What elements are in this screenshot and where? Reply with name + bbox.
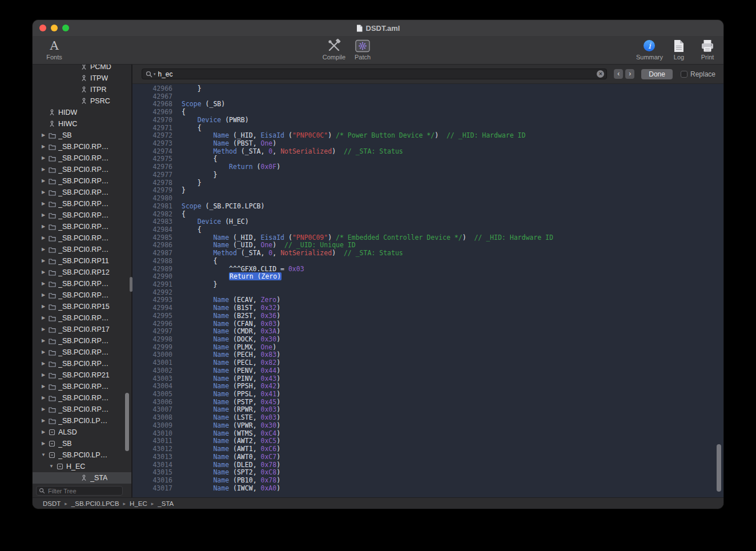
tree-item-label: _SB.PCI0.RP…	[58, 166, 108, 174]
disclosure-open-icon[interactable]: ▼	[47, 461, 55, 472]
tree-item-sb-pci0-rp[interactable]: ▶_SB.PCI0.RP…	[33, 381, 131, 392]
tree-item-psrc[interactable]: PSRC	[33, 95, 131, 107]
tree-item-sb[interactable]: ▶_SB	[33, 130, 131, 141]
replace-toggle[interactable]: Replace	[681, 70, 715, 78]
tree-item-sb-pci0-rp21[interactable]: ▶_SB.PCI0.RP21	[33, 369, 131, 381]
folder-icon	[47, 361, 57, 367]
disclosure-closed-icon[interactable]: ▶	[39, 164, 47, 175]
disclosure-closed-icon[interactable]: ▶	[39, 198, 47, 210]
replace-label: Replace	[690, 70, 715, 78]
disclosure-closed-icon[interactable]: ▶	[39, 427, 47, 438]
tree-item-sb-pci0-rp[interactable]: ▶_SB.PCI0.RP…	[33, 210, 131, 221]
tree-item-sb-pci0-rp[interactable]: ▶_SB.PCI0.RP…	[33, 392, 131, 404]
disclosure-closed-icon[interactable]: ▶	[39, 335, 47, 347]
search-field[interactable]: ▾ ✕	[142, 69, 607, 79]
disclosure-closed-icon[interactable]: ▶	[39, 130, 47, 141]
disclosure-closed-icon[interactable]: ▶	[39, 438, 47, 449]
disclosure-closed-icon[interactable]: ▶	[39, 278, 47, 289]
tree-item-sb[interactable]: ▶_SB	[33, 438, 131, 449]
tree-item-h-ec[interactable]: ▼H_EC	[33, 461, 131, 472]
search-icon[interactable]	[146, 71, 152, 78]
disclosure-closed-icon[interactable]: ▶	[39, 324, 47, 335]
tree-item-sb-pci0-rp[interactable]: ▶_SB.PCI0.RP…	[33, 278, 131, 289]
compile-button[interactable]: Compile	[321, 38, 347, 61]
tree-item-hiwc[interactable]: HIWC	[33, 118, 131, 130]
disclosure-closed-icon[interactable]: ▶	[39, 244, 47, 255]
tree-item-sb-pci0-rp[interactable]: ▶_SB.PCI0.RP…	[33, 312, 131, 324]
code-line: 43007 Name (RPWR, 0x03)	[143, 406, 723, 414]
log-button[interactable]: Log	[666, 38, 691, 61]
replace-checkbox[interactable]	[681, 71, 687, 78]
code-text: Name (PECL, 0x82)	[182, 359, 723, 367]
search-options-chevron-icon[interactable]: ▾	[154, 72, 156, 77]
disclosure-closed-icon[interactable]: ▶	[39, 187, 47, 198]
code-editor[interactable]: 42966 }4296742968Scope (_SB)42969{42970 …	[132, 84, 723, 497]
editor-scrollbar[interactable]	[717, 444, 721, 492]
tree-item-sb-pci0-rp[interactable]: ▶_SB.PCI0.RP…	[33, 347, 131, 358]
disclosure-closed-icon[interactable]: ▶	[39, 210, 47, 221]
disclosure-closed-icon[interactable]: ▶	[39, 358, 47, 369]
disclosure-closed-icon[interactable]: ▶	[39, 232, 47, 244]
sidebar-scrollbar[interactable]	[125, 393, 129, 451]
search-input[interactable]	[157, 70, 596, 79]
tree-item-pcmd[interactable]: PCMD	[33, 65, 131, 73]
disclosure-closed-icon[interactable]: ▶	[39, 312, 47, 324]
disclosure-closed-icon[interactable]: ▶	[39, 392, 47, 404]
tree-item-sb-pci0-rp[interactable]: ▶_SB.PCI0.RP…	[33, 289, 131, 301]
tree-item-sb-pci0-rp15[interactable]: ▶_SB.PCI0.RP15	[33, 301, 131, 312]
disclosure-closed-icon[interactable]: ▶	[39, 255, 47, 267]
filter-input[interactable]	[47, 487, 120, 495]
disclosure-closed-icon[interactable]: ▶	[39, 369, 47, 381]
tree-item-alsd[interactable]: ▶ALSD	[33, 427, 131, 438]
find-next-button[interactable]: ›	[625, 69, 634, 79]
tree-item-sb-pci0-rp11[interactable]: ▶_SB.PCI0.RP11	[33, 255, 131, 267]
tree-item-sb-pci0-rp[interactable]: ▶_SB.PCI0.RP…	[33, 404, 131, 415]
tree-item-sb-pci0-rp[interactable]: ▶_SB.PCI0.RP…	[33, 198, 131, 210]
tree-item-sb-pci0-rp[interactable]: ▶_SB.PCI0.RP…	[33, 232, 131, 244]
disclosure-closed-icon[interactable]: ▶	[39, 221, 47, 232]
disclosure-closed-icon[interactable]: ▶	[39, 175, 47, 187]
tree-item-sb-pci0-rp17[interactable]: ▶_SB.PCI0.RP17	[33, 324, 131, 335]
scope-icon	[47, 440, 57, 447]
disclosure-closed-icon[interactable]: ▶	[39, 347, 47, 358]
line-number: 42990	[143, 273, 172, 281]
tree-item-sb-pci0-rp[interactable]: ▶_SB.PCI0.RP…	[33, 244, 131, 255]
tree-item-sb-pci0-rp[interactable]: ▶_SB.PCI0.RP…	[33, 187, 131, 198]
tree-item-sb-pci0-rp[interactable]: ▶_SB.PCI0.RP…	[33, 141, 131, 152]
print-button[interactable]: Print	[695, 38, 720, 61]
tree-item-sb-pci0-rp[interactable]: ▶_SB.PCI0.RP…	[33, 152, 131, 164]
disclosure-closed-icon[interactable]: ▶	[39, 289, 47, 301]
disclosure-open-icon[interactable]: ▼	[39, 449, 47, 461]
tree-item-sb-pci0-lp[interactable]: ▼_SB.PCI0.LP…	[33, 449, 131, 461]
disclosure-closed-icon[interactable]: ▶	[39, 141, 47, 152]
toolbar: A Fonts Compile	[33, 36, 723, 65]
summary-button[interactable]: i Summary	[636, 38, 663, 61]
find-nav-group: ‹ ›	[614, 69, 634, 79]
disclosure-closed-icon[interactable]: ▶	[39, 381, 47, 392]
tree-item-sta[interactable]: _STA	[33, 472, 131, 484]
done-button[interactable]: Done	[641, 69, 673, 79]
disclosure-closed-icon[interactable]: ▶	[39, 404, 47, 415]
tree-item-sb-pci0-rp[interactable]: ▶_SB.PCI0.RP…	[33, 175, 131, 187]
line-number: 43012	[143, 445, 172, 453]
tree-item-sb-pci0-rp12[interactable]: ▶_SB.PCI0.RP12	[33, 267, 131, 278]
tree-item-sb-pci0-rp[interactable]: ▶_SB.PCI0.RP…	[33, 335, 131, 347]
tree-item-sb-pci0-rp[interactable]: ▶_SB.PCI0.RP…	[33, 358, 131, 369]
disclosure-closed-icon[interactable]: ▶	[39, 301, 47, 312]
tree-item-sb-pci0-lp[interactable]: ▶_SB.PCI0.LP…	[33, 415, 131, 427]
disclosure-closed-icon[interactable]: ▶	[39, 415, 47, 427]
find-previous-button[interactable]: ‹	[614, 69, 623, 79]
tree-item-itpw[interactable]: ITPW	[33, 73, 131, 84]
tree-item-sb-pci0-rp[interactable]: ▶_SB.PCI0.RP…	[33, 221, 131, 232]
tree-item-label: _SB.PCI0.RP17	[58, 325, 110, 333]
tree-item-sb-pci0-rp[interactable]: ▶_SB.PCI0.RP…	[33, 164, 131, 175]
filter-field[interactable]	[36, 486, 123, 496]
tree-item-itpr[interactable]: ITPR	[33, 84, 131, 95]
clear-search-button[interactable]: ✕	[597, 70, 604, 78]
tree-item-hidw[interactable]: HIDW	[33, 107, 131, 118]
disclosure-closed-icon[interactable]: ▶	[39, 267, 47, 278]
line-number: 43003	[143, 375, 172, 383]
patch-button[interactable]: Patch	[350, 38, 375, 61]
disclosure-closed-icon[interactable]: ▶	[39, 152, 47, 164]
fonts-button[interactable]: A Fonts	[42, 38, 67, 61]
